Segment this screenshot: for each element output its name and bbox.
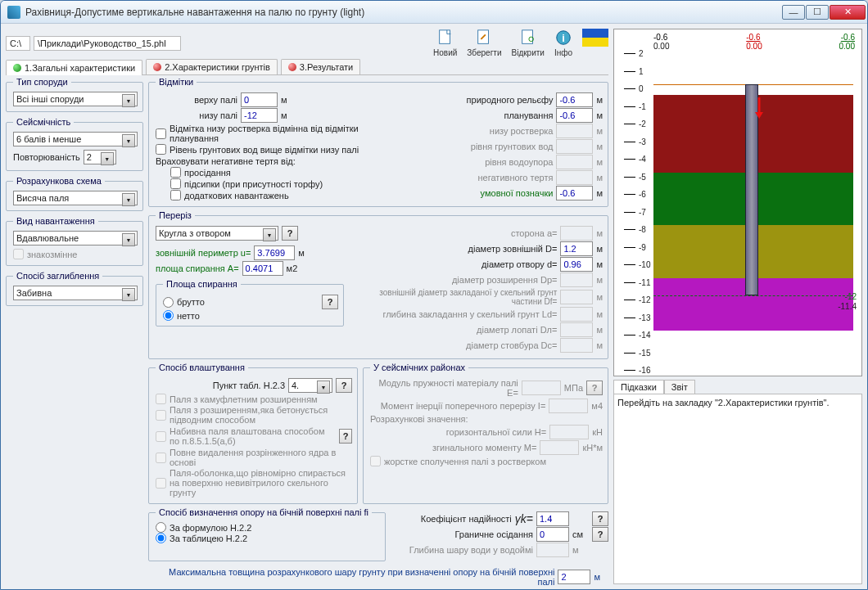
area-help-button[interactable]: ? (322, 295, 338, 309)
svg-marker-7 (755, 112, 763, 119)
opt3-help-button[interactable]: ? (339, 429, 352, 444)
seism-combo[interactable]: 6 балів і менше (13, 132, 138, 146)
fill-check[interactable]: підсипки (при присутності торфу) (170, 178, 401, 189)
flag-ua-icon[interactable] (582, 29, 608, 47)
bot-mark-input[interactable]: -12 (241, 108, 278, 123)
netto-radio[interactable]: нетто (163, 310, 338, 321)
legend-input[interactable]: -0.6 (556, 186, 593, 200)
diam-blade-input (560, 322, 593, 337)
report-tab[interactable]: Звіт (664, 380, 695, 394)
path-root: C:\ (6, 36, 30, 51)
sign-alt-check[interactable]: знакозмінне (13, 249, 138, 259)
section-help-button[interactable]: ? (282, 226, 298, 241)
tab-general[interactable]: 1.Загальні характеристики (6, 60, 142, 75)
svg-rect-0 (439, 30, 450, 44)
settle-input[interactable]: 0 (536, 527, 569, 542)
opt1-check: Паля з камуфлетним розширенням (156, 394, 352, 404)
addl-check[interactable]: додаткових навантажень (170, 190, 401, 200)
window-title: Рахівниця-Допустиме вертикальне навантаж… (25, 7, 782, 18)
water-input (536, 543, 569, 557)
plan-input[interactable]: -0.6 (556, 108, 593, 123)
save-button[interactable]: Зберегти (467, 29, 501, 57)
path-file: \Приклади\Руководство_15.phl (34, 36, 181, 51)
soil-visualization: -0.60.00 -0.60.00 -0.60.00 2 1 0 -1 -2 -… (613, 29, 862, 376)
type-struct-combo[interactable]: Всі інші споруди (13, 92, 138, 106)
opt5-check: Паля-оболонка,що рівномірно спирається н… (156, 468, 352, 498)
maximize-button[interactable]: ☐ (806, 5, 829, 20)
opt3-check: Набивна паля влаштована способом по п.8.… (156, 426, 336, 446)
area-input[interactable]: 0.4071 (242, 261, 283, 276)
deep-combo[interactable]: Забивна (13, 286, 138, 300)
app-icon (7, 6, 20, 19)
open-button[interactable]: Відкрити (511, 29, 544, 57)
depth-axis: 2 1 0 -1 -2 -3 -4 -5 -6 -7 -8 -9 -10 -11… (622, 49, 650, 369)
section-combo[interactable]: Кругла з отвором (156, 226, 278, 241)
opt4-check: Повне видалення розрінженного ядра в осн… (156, 448, 352, 467)
minimize-button[interactable]: — (782, 5, 805, 20)
gw-above-check[interactable]: Рівень грунтових вод вище відмітки низу … (156, 144, 401, 155)
diam-exp-input (560, 272, 593, 287)
opt2-check: Паля з розширенням,яка бетонується підво… (156, 405, 352, 425)
E-help-button[interactable]: ? (586, 381, 603, 395)
perim-input[interactable]: 3.7699 (254, 245, 295, 260)
settle-help-button[interactable]: ? (592, 527, 608, 542)
diam-ext-input[interactable]: 1.2 (560, 241, 593, 256)
gamma-input[interactable]: 1.4 (536, 511, 569, 526)
rostv-diff-check[interactable]: Відмітка низу ростверка відмінна від від… (156, 124, 401, 143)
info-button[interactable]: iІнфо (554, 29, 572, 57)
titlebar: Рахівниця-Допустиме вертикальне навантаж… (1, 1, 867, 24)
E-input (522, 381, 561, 395)
M-input (540, 440, 579, 455)
H-input (549, 425, 589, 439)
hints-tab[interactable]: Підказки (613, 380, 664, 394)
rock-depth-input (560, 307, 593, 322)
file-path: C:\ \Приклади\Руководство_15.phl (6, 36, 181, 51)
maxthick-label: Максимальна товщина розрахункового шару … (156, 567, 554, 587)
gw-input (556, 139, 593, 154)
aquicl-input (556, 155, 593, 169)
brutto-radio[interactable]: брутто (163, 297, 205, 308)
fi-formula-radio[interactable]: За формулою Н.2.2 (156, 522, 380, 533)
settl-check[interactable]: просідання (170, 167, 401, 178)
tab-soil[interactable]: 2.Характеристики грунтів (146, 59, 278, 74)
tab-results[interactable]: 3.Результати (281, 59, 360, 74)
relief-input[interactable]: -0.6 (556, 92, 593, 107)
rostv-input (556, 124, 593, 138)
table-item-combo[interactable]: 4. (288, 378, 332, 393)
fi-table-radio[interactable]: За таблицею Н.2.2 (156, 533, 380, 543)
main-tabs: 1.Загальні характеристики 2.Характеристи… (6, 59, 608, 75)
rigid-check: жорстке сполучення палі з ростверком (370, 456, 603, 466)
table-help-button[interactable]: ? (336, 378, 352, 393)
svg-text:i: i (562, 32, 565, 44)
diam-rock-input (560, 290, 593, 304)
close-button[interactable]: ✕ (830, 5, 866, 20)
top-mark-input[interactable]: 0 (241, 92, 278, 107)
side-input (560, 226, 593, 241)
negfr-input (556, 170, 593, 185)
diam-shaft-input (560, 338, 593, 353)
scheme-combo[interactable]: Висяча паля (13, 191, 138, 205)
gamma-help-button[interactable]: ? (592, 511, 608, 526)
repeat-combo[interactable]: 2 (84, 150, 116, 164)
diam-hole-input[interactable]: 0.96 (560, 257, 593, 272)
hints-text: Перейдіть на закладку "2.Характеристики … (613, 394, 862, 584)
I-input (549, 399, 588, 413)
new-button[interactable]: Новий (433, 29, 457, 57)
load-combo[interactable]: Вдавлювальне (13, 231, 138, 245)
maxthick-input[interactable]: 2 (558, 570, 590, 584)
